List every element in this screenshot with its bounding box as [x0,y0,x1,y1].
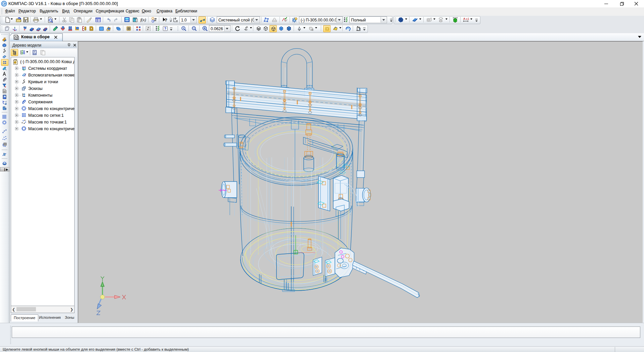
svg-text:?: ? [165,17,167,22]
svg-text:A: A [463,17,466,20]
svg-text:f(x): f(x) [140,17,146,22]
svg-text:±1: ±1 [466,17,469,20]
svg-text:2: 2 [152,20,154,23]
svg-text:?: ? [134,18,136,21]
svg-text:?: ? [164,27,167,31]
